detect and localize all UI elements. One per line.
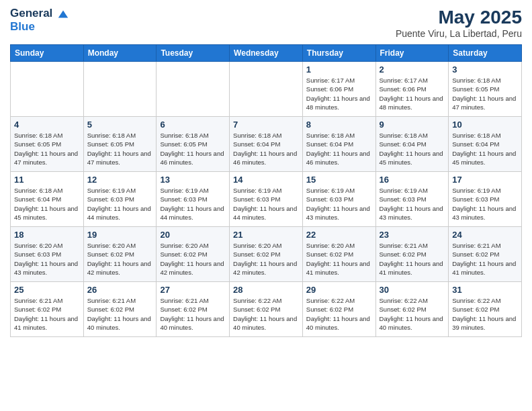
calendar-cell: 5Sunrise: 6:18 AM Sunset: 6:05 PM Daylig… bbox=[83, 117, 157, 172]
day-number: 15 bbox=[306, 175, 372, 185]
calendar-cell: 20Sunrise: 6:20 AM Sunset: 6:02 PM Dayli… bbox=[157, 227, 230, 282]
calendar: Sunday Monday Tuesday Wednesday Thursday… bbox=[10, 44, 522, 337]
calendar-cell: 26Sunrise: 6:21 AM Sunset: 6:02 PM Dayli… bbox=[83, 282, 157, 337]
day-info: Sunrise: 6:19 AM Sunset: 6:03 PM Dayligh… bbox=[160, 186, 226, 222]
day-number: 21 bbox=[233, 230, 299, 240]
header-tuesday: Tuesday bbox=[157, 45, 230, 62]
day-info: Sunrise: 6:22 AM Sunset: 6:02 PM Dayligh… bbox=[380, 296, 445, 332]
calendar-cell: 6Sunrise: 6:18 AM Sunset: 6:05 PM Daylig… bbox=[157, 117, 230, 172]
day-number: 29 bbox=[306, 285, 372, 295]
week-row-5: 25Sunrise: 6:21 AM Sunset: 6:02 PM Dayli… bbox=[11, 282, 522, 337]
day-number: 7 bbox=[233, 120, 299, 130]
calendar-cell bbox=[83, 62, 157, 117]
day-info: Sunrise: 6:20 AM Sunset: 6:02 PM Dayligh… bbox=[160, 241, 226, 277]
day-info: Sunrise: 6:18 AM Sunset: 6:05 PM Dayligh… bbox=[160, 131, 226, 167]
calendar-cell: 19Sunrise: 6:20 AM Sunset: 6:02 PM Dayli… bbox=[83, 227, 157, 282]
calendar-cell: 29Sunrise: 6:22 AM Sunset: 6:02 PM Dayli… bbox=[302, 282, 375, 337]
day-number: 1 bbox=[306, 64, 372, 75]
day-info: Sunrise: 6:20 AM Sunset: 6:03 PM Dayligh… bbox=[14, 241, 80, 277]
calendar-cell: 28Sunrise: 6:22 AM Sunset: 6:02 PM Dayli… bbox=[230, 282, 303, 337]
day-info: Sunrise: 6:17 AM Sunset: 6:06 PM Dayligh… bbox=[306, 76, 372, 111]
day-info: Sunrise: 6:18 AM Sunset: 6:04 PM Dayligh… bbox=[14, 186, 80, 222]
day-number: 10 bbox=[452, 120, 518, 130]
calendar-cell bbox=[230, 62, 303, 117]
header-saturday: Saturday bbox=[449, 45, 522, 62]
day-info: Sunrise: 6:21 AM Sunset: 6:02 PM Dayligh… bbox=[14, 296, 80, 332]
calendar-cell: 3Sunrise: 6:18 AM Sunset: 6:05 PM Daylig… bbox=[449, 62, 522, 117]
day-info: Sunrise: 6:21 AM Sunset: 6:02 PM Dayligh… bbox=[160, 296, 226, 332]
day-info: Sunrise: 6:18 AM Sunset: 6:04 PM Dayligh… bbox=[306, 131, 372, 167]
day-info: Sunrise: 6:19 AM Sunset: 6:03 PM Dayligh… bbox=[452, 186, 518, 222]
logo-icon bbox=[57, 8, 69, 20]
day-number: 20 bbox=[160, 230, 226, 240]
calendar-cell: 16Sunrise: 6:19 AM Sunset: 6:03 PM Dayli… bbox=[375, 172, 449, 227]
svg-marker-0 bbox=[58, 10, 68, 17]
day-number: 18 bbox=[14, 230, 80, 240]
header-thursday: Thursday bbox=[302, 45, 375, 62]
calendar-cell: 1Sunrise: 6:17 AM Sunset: 6:06 PM Daylig… bbox=[302, 62, 375, 117]
main-title: May 2025 bbox=[396, 7, 522, 28]
day-info: Sunrise: 6:17 AM Sunset: 6:06 PM Dayligh… bbox=[380, 76, 445, 111]
day-info: Sunrise: 6:20 AM Sunset: 6:02 PM Dayligh… bbox=[87, 241, 153, 277]
calendar-cell: 4Sunrise: 6:18 AM Sunset: 6:05 PM Daylig… bbox=[11, 117, 84, 172]
day-number: 4 bbox=[14, 120, 80, 130]
calendar-cell: 25Sunrise: 6:21 AM Sunset: 6:02 PM Dayli… bbox=[11, 282, 84, 337]
week-row-2: 4Sunrise: 6:18 AM Sunset: 6:05 PM Daylig… bbox=[11, 117, 522, 172]
day-number: 28 bbox=[233, 285, 299, 295]
calendar-cell: 2Sunrise: 6:17 AM Sunset: 6:06 PM Daylig… bbox=[375, 62, 449, 117]
day-info: Sunrise: 6:19 AM Sunset: 6:03 PM Dayligh… bbox=[87, 186, 153, 222]
calendar-cell: 13Sunrise: 6:19 AM Sunset: 6:03 PM Dayli… bbox=[157, 172, 230, 227]
day-number: 31 bbox=[452, 285, 518, 295]
page: General Blue May 2025 Puente Viru, La Li… bbox=[0, 0, 532, 411]
calendar-cell: 18Sunrise: 6:20 AM Sunset: 6:03 PM Dayli… bbox=[11, 227, 84, 282]
header-sunday: Sunday bbox=[11, 45, 84, 62]
week-row-4: 18Sunrise: 6:20 AM Sunset: 6:03 PM Dayli… bbox=[11, 227, 522, 282]
calendar-cell: 23Sunrise: 6:21 AM Sunset: 6:02 PM Dayli… bbox=[375, 227, 449, 282]
calendar-cell: 10Sunrise: 6:18 AM Sunset: 6:04 PM Dayli… bbox=[449, 117, 522, 172]
day-number: 13 bbox=[160, 175, 226, 185]
day-number: 26 bbox=[87, 285, 153, 295]
calendar-cell: 31Sunrise: 6:22 AM Sunset: 6:02 PM Dayli… bbox=[449, 282, 522, 337]
calendar-cell: 21Sunrise: 6:20 AM Sunset: 6:02 PM Dayli… bbox=[230, 227, 303, 282]
day-number: 12 bbox=[87, 175, 153, 185]
day-number: 24 bbox=[452, 230, 518, 240]
calendar-cell: 24Sunrise: 6:21 AM Sunset: 6:02 PM Dayli… bbox=[449, 227, 522, 282]
day-number: 2 bbox=[380, 64, 445, 75]
week-row-1: 1Sunrise: 6:17 AM Sunset: 6:06 PM Daylig… bbox=[11, 62, 522, 117]
day-number: 25 bbox=[14, 285, 80, 295]
day-info: Sunrise: 6:19 AM Sunset: 6:03 PM Dayligh… bbox=[233, 186, 299, 222]
calendar-cell: 11Sunrise: 6:18 AM Sunset: 6:04 PM Dayli… bbox=[11, 172, 84, 227]
day-number: 16 bbox=[380, 175, 445, 185]
week-row-3: 11Sunrise: 6:18 AM Sunset: 6:04 PM Dayli… bbox=[11, 172, 522, 227]
day-info: Sunrise: 6:18 AM Sunset: 6:04 PM Dayligh… bbox=[233, 131, 299, 167]
day-number: 8 bbox=[306, 120, 372, 130]
day-info: Sunrise: 6:20 AM Sunset: 6:02 PM Dayligh… bbox=[233, 241, 299, 277]
day-number: 17 bbox=[452, 175, 518, 185]
day-info: Sunrise: 6:21 AM Sunset: 6:02 PM Dayligh… bbox=[452, 241, 518, 277]
title-section: May 2025 Puente Viru, La Libertad, Peru bbox=[396, 7, 522, 39]
day-info: Sunrise: 6:19 AM Sunset: 6:03 PM Dayligh… bbox=[380, 186, 445, 222]
day-number: 23 bbox=[380, 230, 445, 240]
calendar-cell: 22Sunrise: 6:20 AM Sunset: 6:02 PM Dayli… bbox=[302, 227, 375, 282]
day-info: Sunrise: 6:18 AM Sunset: 6:05 PM Dayligh… bbox=[87, 131, 153, 167]
day-info: Sunrise: 6:21 AM Sunset: 6:02 PM Dayligh… bbox=[380, 241, 445, 277]
calendar-cell bbox=[11, 62, 84, 117]
logo: General Blue bbox=[10, 7, 69, 33]
header-monday: Monday bbox=[83, 45, 157, 62]
calendar-cell: 15Sunrise: 6:19 AM Sunset: 6:03 PM Dayli… bbox=[302, 172, 375, 227]
calendar-cell: 30Sunrise: 6:22 AM Sunset: 6:02 PM Dayli… bbox=[375, 282, 449, 337]
day-info: Sunrise: 6:18 AM Sunset: 6:05 PM Dayligh… bbox=[452, 76, 518, 111]
day-info: Sunrise: 6:18 AM Sunset: 6:04 PM Dayligh… bbox=[452, 131, 518, 167]
day-number: 27 bbox=[160, 285, 226, 295]
day-info: Sunrise: 6:22 AM Sunset: 6:02 PM Dayligh… bbox=[452, 296, 518, 332]
day-info: Sunrise: 6:18 AM Sunset: 6:04 PM Dayligh… bbox=[380, 131, 445, 167]
calendar-cell: 27Sunrise: 6:21 AM Sunset: 6:02 PM Dayli… bbox=[157, 282, 230, 337]
day-info: Sunrise: 6:19 AM Sunset: 6:03 PM Dayligh… bbox=[306, 186, 372, 222]
day-info: Sunrise: 6:21 AM Sunset: 6:02 PM Dayligh… bbox=[87, 296, 153, 332]
calendar-header-row: Sunday Monday Tuesday Wednesday Thursday… bbox=[11, 45, 522, 62]
calendar-cell: 14Sunrise: 6:19 AM Sunset: 6:03 PM Dayli… bbox=[230, 172, 303, 227]
day-number: 19 bbox=[87, 230, 153, 240]
day-number: 30 bbox=[380, 285, 445, 295]
day-number: 22 bbox=[306, 230, 372, 240]
calendar-cell: 9Sunrise: 6:18 AM Sunset: 6:04 PM Daylig… bbox=[375, 117, 449, 172]
